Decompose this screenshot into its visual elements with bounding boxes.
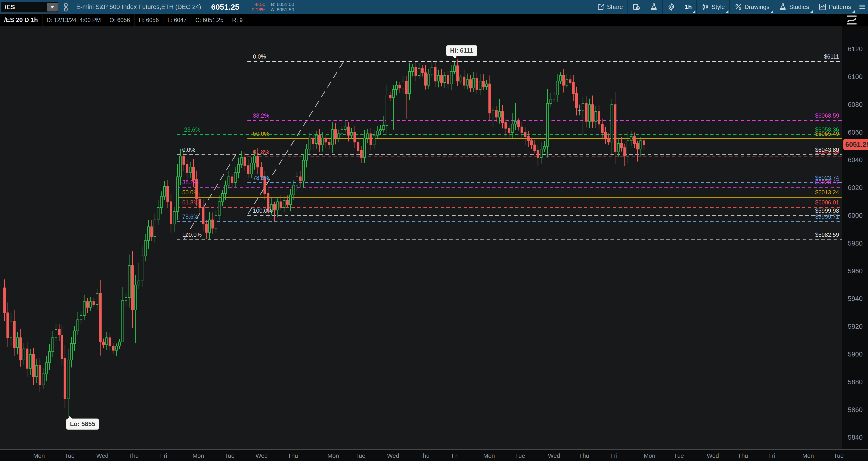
candle xyxy=(640,141,642,149)
share-button[interactable]: Share xyxy=(592,0,627,14)
candle xyxy=(144,241,147,256)
x-axis-day-label: Tue xyxy=(834,452,844,459)
candle xyxy=(250,163,252,174)
candle xyxy=(547,104,549,146)
candle xyxy=(380,129,382,131)
x-axis-day-label: Wed xyxy=(548,452,560,459)
y-axis-tick: 5940 xyxy=(848,295,863,302)
time-axis[interactable]: MonTueWedThuFriMonTueWedThuMonTueWedThuF… xyxy=(0,449,868,461)
x-axis-day-label: Thu xyxy=(579,452,589,459)
chart-plot-area[interactable] xyxy=(0,26,842,449)
link-symbol-button[interactable] xyxy=(62,2,71,12)
candle xyxy=(357,142,359,150)
candlestick-chart[interactable] xyxy=(0,26,842,449)
candle xyxy=(96,293,98,304)
candle xyxy=(643,141,645,145)
studies-button[interactable]: Studies xyxy=(774,0,814,14)
x-axis-day-label: Tue xyxy=(64,452,74,459)
candle xyxy=(83,301,85,315)
price-axis[interactable]: 6120610060806060604060206000598059605940… xyxy=(842,26,868,449)
candle xyxy=(299,177,301,181)
settings-button[interactable] xyxy=(663,0,680,14)
candle xyxy=(167,186,169,202)
chart-instrument-label: /ES 20 D 1h xyxy=(0,14,42,26)
price-change: -9.50 -0.16% xyxy=(247,2,265,12)
candle xyxy=(202,207,204,224)
gear-icon xyxy=(668,3,675,11)
candle xyxy=(598,112,600,124)
candle xyxy=(412,67,414,71)
fib-level-label: 100.0% xyxy=(182,232,202,238)
candle xyxy=(614,105,616,152)
candle xyxy=(148,227,150,240)
candle xyxy=(502,112,504,123)
y-axis-tick: 5900 xyxy=(848,350,863,358)
top-toolbar: /ES E-mini S&P 500 Index Futures,ETH (DE… xyxy=(0,0,868,14)
y-axis-tick: 6000 xyxy=(848,212,863,219)
candle xyxy=(601,124,603,132)
x-axis-day-label: Wed xyxy=(96,452,108,459)
fib-level-label: 38.2% xyxy=(253,112,269,119)
candle xyxy=(402,81,404,88)
candle xyxy=(70,343,72,360)
candle xyxy=(347,127,349,135)
flask-icon xyxy=(779,3,787,11)
x-axis-day-label: Fri xyxy=(452,452,459,459)
chevron-down-icon xyxy=(50,6,54,8)
candle xyxy=(254,156,256,163)
chart-status-bar: /ES 20 D 1h D: 12/13/24, 4:00 PMO: 6056H… xyxy=(0,14,868,26)
toolbar-right-group: Share xyxy=(592,0,868,14)
x-axis-day-label: Wed xyxy=(387,452,399,459)
symbol-dropdown-button[interactable] xyxy=(47,3,58,11)
style-button[interactable]: Style xyxy=(697,0,730,14)
analyze-button[interactable] xyxy=(645,0,662,14)
candle xyxy=(415,67,417,76)
last-price-badge: 6051.25 xyxy=(843,139,868,150)
timeframe-button[interactable]: 1h xyxy=(680,0,696,14)
drawings-button[interactable]: Drawings xyxy=(730,0,774,14)
candle xyxy=(116,346,118,350)
x-axis-day-label: Mon xyxy=(802,452,814,459)
share-icon xyxy=(597,3,605,11)
candle xyxy=(527,137,529,141)
candle xyxy=(160,196,162,207)
candle xyxy=(428,74,430,85)
candle xyxy=(537,150,539,157)
candle xyxy=(109,338,111,346)
candle xyxy=(280,202,282,207)
candle xyxy=(77,320,79,331)
fib-level-label: 38.2% xyxy=(182,179,198,185)
candle xyxy=(26,349,28,369)
candle xyxy=(309,138,311,149)
fib-level-label: 0.0% xyxy=(182,147,195,153)
symbol-input[interactable]: /ES xyxy=(1,2,59,12)
candle xyxy=(489,84,491,113)
candle xyxy=(206,224,208,232)
candle xyxy=(495,110,497,117)
x-axis-day-label: Tue xyxy=(224,452,235,459)
fib-price-label: $6068.59 xyxy=(815,112,839,119)
candle xyxy=(483,81,485,87)
calendar-button[interactable] xyxy=(628,0,645,14)
candle xyxy=(595,112,597,121)
candle xyxy=(422,69,424,73)
fib-retracement-lower[interactable] xyxy=(177,135,842,240)
candle xyxy=(128,265,130,297)
candle xyxy=(572,83,575,93)
fib-retracement-upper[interactable] xyxy=(247,62,842,216)
fib-price-label: $5982.59 xyxy=(815,232,839,238)
candle xyxy=(131,265,133,310)
candle xyxy=(454,66,456,71)
y-axis-tick: 6020 xyxy=(848,184,863,192)
candle xyxy=(524,133,526,137)
patterns-button[interactable]: Patterns xyxy=(814,0,856,14)
candle xyxy=(441,76,443,83)
menu-button[interactable] xyxy=(856,0,868,14)
candle xyxy=(199,199,201,207)
ohlc-field: L: 6047 xyxy=(163,14,191,26)
curve-tool-button[interactable] xyxy=(846,14,858,26)
candle xyxy=(55,329,57,338)
x-axis-day-label: Thu xyxy=(288,452,298,459)
pattern-icon xyxy=(819,3,827,11)
candle xyxy=(563,76,565,85)
